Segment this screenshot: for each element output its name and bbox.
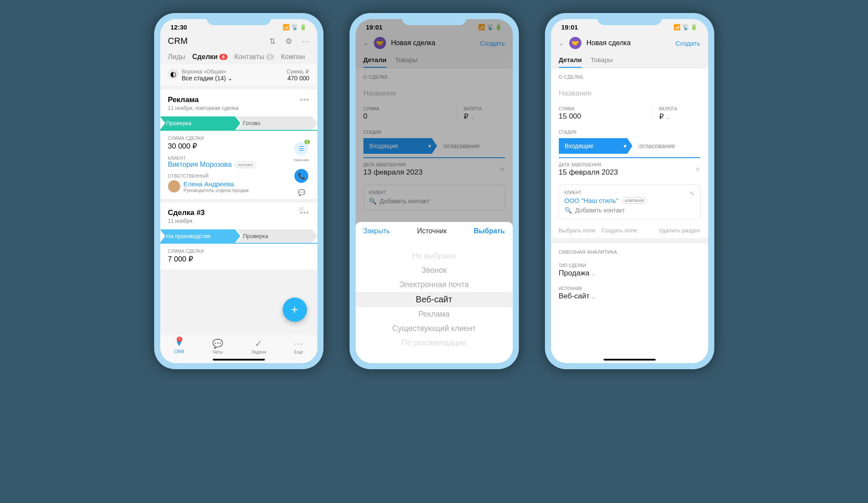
chevron-down-icon: ⌄ xyxy=(591,271,596,277)
chat-icon[interactable]: 💬 xyxy=(294,185,308,199)
source-select[interactable]: ИСТОЧНИК Веб-сайт ⌄ xyxy=(551,282,708,305)
picker-option[interactable]: По рекомендации xyxy=(356,336,513,350)
back-chevron-icon[interactable]: ⌄ xyxy=(363,40,369,46)
deal-sub: 11 ноября xyxy=(168,218,205,224)
currency-select[interactable]: ВАЛЮТА ₽ ⌄ xyxy=(653,106,700,121)
end-date-row[interactable]: ДАТА ЗАВЕРШЕНИЯ 13 февраля 2023 ✕ xyxy=(356,158,513,181)
tab-contacts[interactable]: Контакты 1 xyxy=(234,53,274,61)
stage-selector[interactable]: Входящие▾ Согласование xyxy=(559,138,700,154)
deal-header: ⌄ 🤝 Новая сделка Создать xyxy=(356,33,513,53)
currency-select[interactable]: ВАЛЮТА ₽ ⌄ xyxy=(457,106,505,121)
picker-close-button[interactable]: Закрыть xyxy=(363,227,390,235)
client-badge: контакт xyxy=(235,162,257,168)
notch xyxy=(597,13,662,25)
deal-sub: 11 ноября, повторная сделка xyxy=(168,105,239,111)
screen: 19:01 📶 📡 🔋 ⌄ 🤝 Новая сделка Создать Дет… xyxy=(356,19,513,363)
call-icon[interactable]: 📞 xyxy=(294,169,308,183)
client-company-link[interactable]: ООО "Наш стиль" xyxy=(564,197,619,204)
tab-goods[interactable]: Товары xyxy=(395,56,418,68)
stage-next[interactable]: Готово xyxy=(237,116,317,130)
nav-crm[interactable]: ▼ CRM 7 xyxy=(174,338,184,354)
deal-title: Реклама xyxy=(168,96,239,104)
tab-deals[interactable]: Сделки 6 xyxy=(192,53,228,61)
picker-option[interactable]: Существующий клиент xyxy=(356,321,513,336)
mail-icon[interactable]: ✉ xyxy=(294,202,308,216)
stage-active[interactable]: На производстве xyxy=(160,229,241,243)
funnel-selector[interactable]: ◐ Воронка «Общая» Все стадии (14) ⌄ Сумм… xyxy=(160,64,317,86)
deal-header: ⌄ 🤝 Новая сделка Создать xyxy=(551,33,708,53)
deal-title: Новая сделка xyxy=(391,39,475,47)
select-field-button[interactable]: Выбрать поле xyxy=(559,227,596,234)
picker-select-button[interactable]: Выбрать xyxy=(474,227,505,235)
home-indicator[interactable] xyxy=(604,359,656,361)
delete-section-button[interactable]: Удалить раздел xyxy=(659,227,700,234)
nav-tasks[interactable]: ✓Задачи xyxy=(251,338,266,354)
notch xyxy=(206,13,271,25)
chevron-down-icon: ⌄ xyxy=(591,294,596,300)
client-label: КЛИЕНТ xyxy=(168,156,310,161)
sort-icon[interactable]: ⇅ xyxy=(269,36,276,46)
stage-next[interactable]: Согласование xyxy=(629,138,700,154)
add-contact-button[interactable]: 🔍Добавить контакт xyxy=(369,198,499,205)
create-button[interactable]: Создать xyxy=(675,40,700,47)
clear-icon[interactable]: ✕ xyxy=(695,165,700,174)
stage-active[interactable]: Входящие▾ xyxy=(363,138,437,154)
deal-type-select[interactable]: ТИП СДЕЛКИ Продажа ⌄ xyxy=(551,259,708,282)
fab-add-button[interactable]: + xyxy=(283,298,307,322)
name-input[interactable]: Название xyxy=(356,84,513,102)
chat-icon: 💬 xyxy=(212,338,223,349)
resp-name[interactable]: Елена Андреева xyxy=(184,180,249,188)
tab-goods[interactable]: Товары xyxy=(591,56,613,68)
create-button[interactable]: Создать xyxy=(480,40,505,47)
picker-option[interactable]: Реклама xyxy=(356,307,513,321)
create-field-button[interactable]: Создать поле xyxy=(601,227,637,234)
search-icon: 🔍 xyxy=(369,198,376,205)
picker-option[interactable]: Не выбрано xyxy=(356,249,513,263)
section-analytics: СКВОЗНАЯ АНАЛИТИКА xyxy=(551,243,708,259)
timeline-label: Таймлайн xyxy=(294,158,310,162)
client-link[interactable]: Виктория Морозова xyxy=(168,161,232,169)
end-date-row[interactable]: ДАТА ЗАВЕРШЕНИЯ 15 февраля 2023 ✕ xyxy=(551,158,708,181)
section-about: О СДЕЛКЕ xyxy=(356,68,513,84)
status-icons: 📶 📡 🔋 xyxy=(283,24,307,30)
nav-chats[interactable]: 💬Чаты xyxy=(212,338,223,354)
picker-option[interactable]: Звонок xyxy=(356,263,513,278)
tab-details[interactable]: Детали xyxy=(363,56,386,68)
deal-icon: 🤝 xyxy=(374,37,386,49)
stage-next[interactable]: Согласование xyxy=(434,138,505,154)
sum-input[interactable]: СУММА 0 xyxy=(363,106,457,121)
home-indicator[interactable] xyxy=(213,359,265,361)
clock: 12:30 xyxy=(171,23,187,31)
stage-active[interactable]: Проверка xyxy=(160,116,241,130)
deal-form[interactable]: О СДЕЛКЕ Название СУММА 15 000 ВАЛЮТА ₽ … xyxy=(551,68,708,363)
stage-active[interactable]: Входящие▾ xyxy=(559,138,633,154)
add-contact-button[interactable]: 🔍Добавить контакт xyxy=(564,207,695,214)
status-icons: 📶 📡 🔋 xyxy=(478,24,502,30)
clear-icon[interactable]: ✕ xyxy=(499,165,505,174)
name-input[interactable]: Название xyxy=(551,84,708,102)
stage-selector[interactable]: Входящие▾ Согласование xyxy=(363,138,505,154)
deal-tabs: Детали Товары xyxy=(551,53,708,68)
check-icon: ✓ xyxy=(255,338,262,349)
picker-option[interactable]: Электронная почта xyxy=(356,278,513,292)
tab-companies[interactable]: Компан xyxy=(281,53,305,61)
sum-input[interactable]: СУММА 15 000 xyxy=(559,106,653,121)
tab-leads[interactable]: Лиды xyxy=(168,53,185,61)
deal-card[interactable]: Реклама 11 ноября, повторная сделка ••• … xyxy=(160,89,317,199)
filter-icon[interactable]: ⚙ xyxy=(285,36,292,46)
back-chevron-icon[interactable]: ⌄ xyxy=(559,40,564,46)
card-more-icon[interactable]: ••• xyxy=(300,96,310,111)
stage-selector[interactable]: На производстве Проверка xyxy=(160,229,317,243)
avatar xyxy=(168,180,180,192)
edit-icon[interactable]: ✎ xyxy=(690,190,695,197)
tab-details[interactable]: Детали xyxy=(559,56,582,68)
stage-next[interactable]: Проверка xyxy=(237,229,317,243)
nav-more[interactable]: ⋯Еще xyxy=(294,338,303,354)
stage-selector[interactable]: Проверка Готово xyxy=(160,116,317,130)
picker-wheel[interactable]: Не выбрано Звонок Электронная почта Веб-… xyxy=(356,240,513,363)
phone-crm-list: 12:30 📶 📡 🔋 CRM ⇅ ⚙ ⋯ Лиды Сделки 6 Конт… xyxy=(154,13,323,369)
sum-label: СУММА СДЕЛКИ xyxy=(168,249,310,254)
picker-option-selected[interactable]: Веб-сайт xyxy=(356,292,513,307)
more-icon[interactable]: ⋯ xyxy=(302,36,310,46)
picker-title: Источник xyxy=(417,227,446,235)
